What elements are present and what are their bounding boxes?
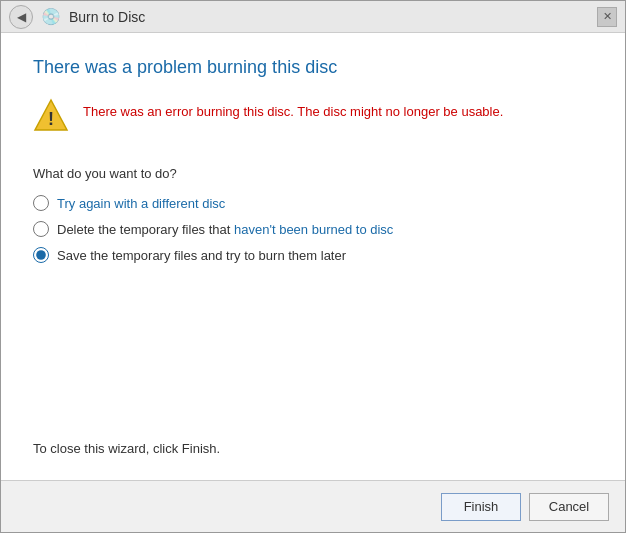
option-3[interactable]: Save the temporary files and try to burn… [33, 247, 593, 263]
option-2[interactable]: Delete the temporary files that haven't … [33, 221, 593, 237]
error-message: There was an error burning this disc. Th… [83, 98, 503, 122]
option-1[interactable]: Try again with a different disc [33, 195, 593, 211]
close-button[interactable]: ✕ [597, 7, 617, 27]
title-bar-left: ◀ 💿 Burn to Disc [9, 5, 145, 29]
error-row: ! There was an error burning this disc. … [33, 98, 593, 134]
warning-icon: ! [33, 98, 69, 134]
page-title: There was a problem burning this disc [33, 57, 593, 78]
question-label: What do you want to do? [33, 166, 593, 181]
close-instruction: To close this wizard, click Finish. [33, 441, 593, 464]
content-area: There was a problem burning this disc ! … [1, 33, 625, 480]
finish-button[interactable]: Finish [441, 493, 521, 521]
cancel-button[interactable]: Cancel [529, 493, 609, 521]
svg-text:!: ! [48, 109, 54, 129]
title-bar-text: Burn to Disc [69, 9, 145, 25]
radio-option-1[interactable] [33, 195, 49, 211]
option-1-label: Try again with a different disc [57, 196, 225, 211]
title-bar: ◀ 💿 Burn to Disc ✕ [1, 1, 625, 33]
footer: Finish Cancel [1, 480, 625, 532]
option-2-label: Delete the temporary files that haven't … [57, 222, 393, 237]
disc-icon: 💿 [41, 7, 61, 26]
close-icon: ✕ [603, 10, 612, 23]
window: ◀ 💿 Burn to Disc ✕ There was a problem b… [0, 0, 626, 533]
back-button[interactable]: ◀ [9, 5, 33, 29]
option-3-label: Save the temporary files and try to burn… [57, 248, 346, 263]
radio-group: Try again with a different disc Delete t… [33, 195, 593, 263]
radio-option-2[interactable] [33, 221, 49, 237]
radio-option-3[interactable] [33, 247, 49, 263]
back-icon: ◀ [17, 10, 26, 24]
